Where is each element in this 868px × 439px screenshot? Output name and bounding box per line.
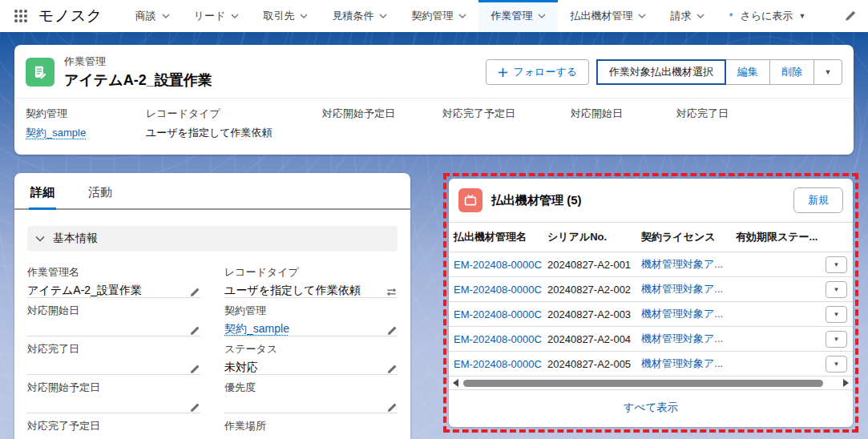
detail-field: 対応完了日 [27,336,200,375]
license-link[interactable]: 機材管理対象ア... [641,332,723,344]
follow-label: フォローする [513,65,577,79]
plus-icon [498,67,508,78]
detail-panel: 詳細 活動 基本情報 作業管理名 アイテムA-2_設置作業 レコードタイプ ユー… [14,173,410,439]
chevron-down-icon [638,14,646,18]
nav-more-menu[interactable]: * さらに表示 ▼ [717,0,818,32]
equipment-record-link[interactable]: EM-202408-0000C [454,358,542,370]
field-label: 対応開始予定日 [322,107,430,121]
license-link[interactable]: 機材管理対象ア... [641,258,723,270]
detail-field: 対応開始予定日 [27,375,200,413]
equipment-record-link[interactable]: EM-202408-0000C [454,308,542,320]
caret-down-icon: ▼ [834,261,840,268]
nav-tab-accounts[interactable]: 取引先 [251,0,320,32]
table-row: EM-202408-0000C 20240827-A2-001 機材管理対象ア.… [449,252,853,277]
nav-tab-label: 見積条件 [332,9,373,23]
edit-pencil-icon[interactable] [189,287,200,298]
page-background: 作業管理 アイテムA-2_設置作業 フォローする 作業対象払出機材選択 編集 削… [0,32,868,439]
follow-button[interactable]: フォローする [486,59,589,85]
app-launcher-icon[interactable] [14,10,27,22]
work-order-icon [26,58,55,87]
annotation-red-dashed-frame: 払出機材管理 (5) 新規 払出機材管理名 シリアルNo. 契約ライセンス 有効… [443,173,858,433]
field-label: 対応完了日 [676,107,769,121]
nav-tab-work-mgmt[interactable]: 作業管理 [478,0,558,32]
global-nav: モノスク 商談 リード 取引先 見積条件 契約管理 作業管理 払出機材管理 [0,0,868,32]
caret-down-icon: ▼ [834,360,840,368]
related-list-title-text: 払出機材管理 [491,193,563,207]
chevron-down-icon [696,14,704,18]
nav-tab-contract-mgmt[interactable]: 契約管理 [399,0,478,32]
field-label: 対応開始日 [571,107,664,121]
edit-pencil-icon[interactable] [386,364,398,375]
nav-tab-label: 契約管理 [411,9,453,23]
edit-pencil-icon[interactable] [386,325,398,336]
detail-field: 作業場所 [224,413,398,439]
row-actions-button[interactable]: ▼ [826,306,847,323]
field-label: 対応開始予定日 [27,381,200,395]
scrollbar-track[interactable] [461,379,841,388]
caret-down-icon: ▼ [825,68,832,76]
serial-cell: 20240827-A2-002 [543,284,636,296]
field-label: ステータス [224,342,398,356]
chevron-down-icon [162,14,170,18]
view-all-link[interactable]: すべて表示 [624,401,678,413]
contract-link[interactable]: 契約_sample [224,322,289,336]
caret-down-icon: ▼ [834,311,840,318]
equipment-object-icon [458,188,482,212]
edit-pencil-icon[interactable] [189,402,200,413]
col-header-expiry-status[interactable]: 有効期限ステー... [731,223,818,252]
chevron-down-icon [538,14,546,18]
edit-pencil-icon[interactable] [189,364,200,375]
action-button-group: 作業対象払出機材選択 編集 削除 ▼ [597,59,842,85]
edit-pencil-icon[interactable] [386,402,398,413]
select-equipment-button[interactable]: 作業対象払出機材選択 [596,59,726,85]
field-label: レコードタイプ [146,107,309,121]
detail-field: 優先度 [224,375,398,413]
field-label: 対応完了予定日 [442,107,558,121]
nav-tab-label: 商談 [135,9,156,23]
new-button[interactable]: 新規 [793,187,843,213]
license-link[interactable]: 機材管理対象ア... [641,308,723,320]
record-header-card: 作業管理 アイテムA-2_設置作業 フォローする 作業対象払出機材選択 編集 削… [14,45,854,155]
edit-nav-pencil-icon[interactable] [844,10,857,22]
nav-tab-leads[interactable]: リード [182,0,252,32]
equipment-record-link[interactable]: EM-202408-0000C [454,259,542,271]
col-header-serial[interactable]: シリアルNo. [543,223,636,252]
row-actions-button[interactable]: ▼ [826,256,847,273]
nav-tab-billing[interactable]: 請求 [658,0,717,32]
section-title: 基本情報 [53,232,98,246]
scroll-left-arrow[interactable] [453,379,458,387]
chevron-down-icon [231,14,239,18]
table-header-row: 払出機材管理名 シリアルNo. 契約ライセンス 有効期限ステー... [449,222,853,252]
nav-tab-opportunities[interactable]: 商談 [123,0,182,32]
more-actions-button[interactable]: ▼ [813,59,842,85]
col-header-license[interactable]: 契約ライセンス [636,223,731,252]
page-title: アイテムA-2_設置作業 [64,70,212,90]
contract-link[interactable]: 契約_sample [26,127,86,139]
license-link[interactable]: 機材管理対象ア... [641,357,723,369]
related-list-count: (5) [567,193,581,207]
tab-details[interactable]: 詳細 [29,173,56,210]
row-actions-button[interactable]: ▼ [826,331,847,348]
serial-cell: 20240827-A2-003 [543,308,636,320]
delete-button[interactable]: 削除 [769,59,814,85]
nav-tab-quote-terms[interactable]: 見積条件 [320,0,399,32]
edit-pencil-icon[interactable] [189,325,200,336]
scroll-right-arrow[interactable] [843,379,849,387]
edit-button[interactable]: 編集 [725,59,770,85]
tab-activity[interactable]: 活動 [87,173,114,210]
highlights-fields: 契約管理 契約_sample レコードタイプ ユーザを指定して作業依頼 対応開始… [14,98,854,155]
row-actions-button[interactable]: ▼ [826,281,847,298]
col-header-name[interactable]: 払出機材管理名 [449,223,543,252]
nav-tab-equipment-mgmt[interactable]: 払出機材管理 [558,0,658,32]
caret-down-icon: ▼ [798,12,805,20]
scrollbar-thumb[interactable] [463,380,823,387]
change-record-type-icon[interactable] [386,286,398,298]
row-actions-button[interactable]: ▼ [826,356,847,373]
license-link[interactable]: 機材管理対象ア... [641,283,723,295]
equipment-record-link[interactable]: EM-202408-0000C [454,284,542,296]
table-row: EM-202408-0000C 20240827-A2-005 機材管理対象ア.… [449,352,853,377]
equipment-record-link[interactable]: EM-202408-0000C [454,333,542,345]
section-basic-info[interactable]: 基本情報 [27,226,398,252]
field-value [676,126,769,139]
field-label: 優先度 [224,381,398,395]
